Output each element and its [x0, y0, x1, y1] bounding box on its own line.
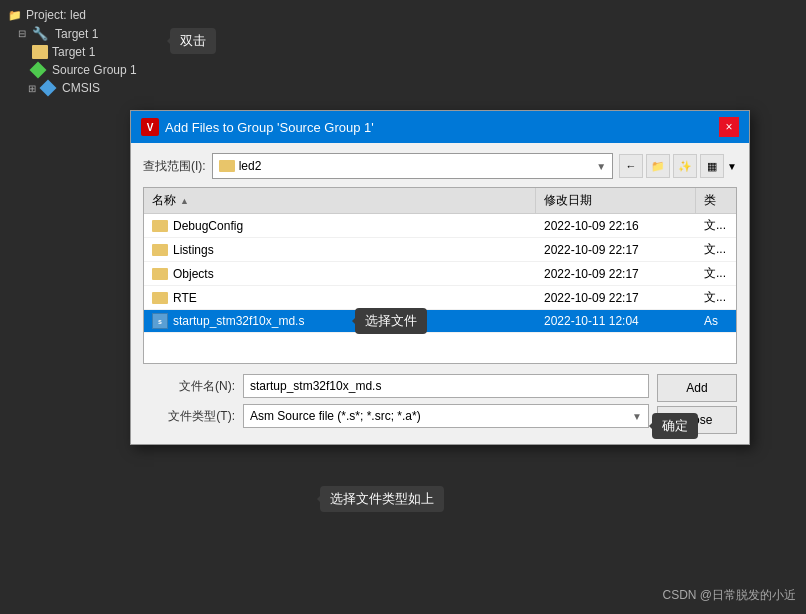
file-date-objects: 2022-10-09 22:17 — [536, 267, 696, 281]
callout-2: 选择文件类型如上 — [320, 486, 444, 512]
folder-icon-listings — [152, 244, 168, 256]
filename-row: 文件名(N): — [143, 374, 649, 398]
location-value: led2 — [239, 159, 262, 173]
file-name-objects: Objects — [173, 267, 214, 281]
folder-icon-debugconfig — [152, 220, 168, 232]
col-header-type: 类 — [696, 188, 736, 213]
new-folder-button[interactable]: ✨ — [673, 154, 697, 178]
file-name-debugconfig: DebugConfig — [173, 219, 243, 233]
location-label: 查找范围(I): — [143, 158, 206, 175]
file-name-startup: startup_stm32f10x_md.s — [173, 314, 304, 328]
location-select[interactable]: led2 ▼ — [212, 153, 613, 179]
dialog-body: 查找范围(I): led2 ▼ ← 📁 ✨ ▦ ▼ — [131, 143, 749, 444]
view-button[interactable]: ▦ — [700, 154, 724, 178]
file-row-debugconfig[interactable]: DebugConfig 2022-10-09 22:16 文... — [144, 214, 736, 238]
file-name-listings: Listings — [173, 243, 214, 257]
file-date-debugconfig: 2022-10-09 22:16 — [536, 219, 696, 233]
folder-icon-objects — [152, 268, 168, 280]
file-row-objects[interactable]: Objects 2022-10-09 22:17 文... — [144, 262, 736, 286]
file-date-rte: 2022-10-09 22:17 — [536, 291, 696, 305]
callout-3: 选择文件 — [355, 308, 427, 334]
source-group-label: Target 1 — [52, 45, 95, 59]
col-header-date: 修改日期 — [536, 188, 696, 213]
callout-4-container: 4 确定 — [652, 415, 674, 437]
device-label: CMSIS — [62, 81, 100, 95]
file-name-rte: RTE — [173, 291, 197, 305]
toolbar-arrow: ▼ — [727, 161, 737, 172]
callout-2-container: 2 选择文件类型如上 — [320, 488, 342, 510]
ide-background: 📁 Project: led ⊟ 🔧 Target 1 Target 1 Sou… — [0, 0, 806, 614]
sort-arrow: ▲ — [180, 196, 189, 206]
file-date-startup: 2022-10-11 12:04 — [536, 314, 696, 328]
file-type-listings: 文... — [696, 241, 736, 258]
file-row-listings[interactable]: Listings 2022-10-09 22:17 文... — [144, 238, 736, 262]
add-files-dialog: V Add Files to Group 'Source Group 1' × … — [130, 110, 750, 445]
file-row-startup[interactable]: s startup_stm32f10x_md.s 2022-10-11 12:0… — [144, 310, 736, 333]
toolbar-icons: ← 📁 ✨ ▦ ▼ — [619, 154, 737, 178]
callout-3-container: 3 选择文件 — [355, 310, 377, 332]
cmsis-label: Source Group 1 — [52, 63, 137, 77]
dialog-title: Add Files to Group 'Source Group 1' — [165, 120, 374, 135]
tree-cmsis[interactable]: Source Group 1 — [4, 61, 216, 79]
filename-input[interactable] — [243, 374, 649, 398]
location-row: 查找范围(I): led2 ▼ ← 📁 ✨ ▦ ▼ — [143, 153, 737, 179]
file-list-container: 名称 ▲ 修改日期 类 DebugConfig — [143, 187, 737, 364]
file-type-objects: 文... — [696, 265, 736, 282]
list-empty-space — [144, 333, 736, 363]
add-button[interactable]: Add — [657, 374, 737, 402]
back-button[interactable]: ← — [619, 154, 643, 178]
up-button[interactable]: 📁 — [646, 154, 670, 178]
location-arrow: ▼ — [596, 161, 606, 172]
tree-device[interactable]: ⊞ CMSIS — [4, 79, 216, 97]
file-type-startup: As — [696, 314, 736, 328]
filetype-value: Asm Source file (*.s*; *.src; *.a*) — [250, 409, 421, 423]
dialog-titlebar: V Add Files to Group 'Source Group 1' × — [131, 111, 749, 143]
file-type-debugconfig: 文... — [696, 217, 736, 234]
file-date-listings: 2022-10-09 22:17 — [536, 243, 696, 257]
folder-icon-rte — [152, 292, 168, 304]
tree-project[interactable]: 📁 Project: led — [4, 6, 216, 24]
callout-4: 确定 — [652, 413, 698, 439]
callout-1-container: 1 双击 — [170, 30, 192, 52]
file-list-header: 名称 ▲ 修改日期 类 — [144, 188, 736, 214]
bottom-form: 文件名(N): 文件类型(T): Asm Source file (*.s*; … — [143, 374, 649, 434]
file-type-rte: 文... — [696, 289, 736, 306]
filetype-select[interactable]: Asm Source file (*.s*; *.src; *.a*) ▼ — [243, 404, 649, 428]
dialog-close-button[interactable]: × — [719, 117, 739, 137]
filetype-arrow: ▼ — [632, 411, 642, 422]
callout-1: 双击 — [170, 28, 216, 54]
filename-label: 文件名(N): — [143, 378, 243, 395]
project-label: Project: led — [26, 8, 86, 22]
filetype-row: 文件类型(T): Asm Source file (*.s*; *.src; *… — [143, 404, 649, 428]
titlebar-left: V Add Files to Group 'Source Group 1' — [141, 118, 374, 136]
vv-logo: V — [141, 118, 159, 136]
file-row-rte[interactable]: RTE 2022-10-09 22:17 文... — [144, 286, 736, 310]
asm-icon-startup: s — [152, 313, 168, 329]
filetype-label: 文件类型(T): — [143, 408, 243, 425]
target1-label: Target 1 — [55, 27, 98, 41]
watermark: CSDN @日常脱发的小近 — [662, 587, 796, 604]
col-header-name: 名称 ▲ — [144, 188, 536, 213]
